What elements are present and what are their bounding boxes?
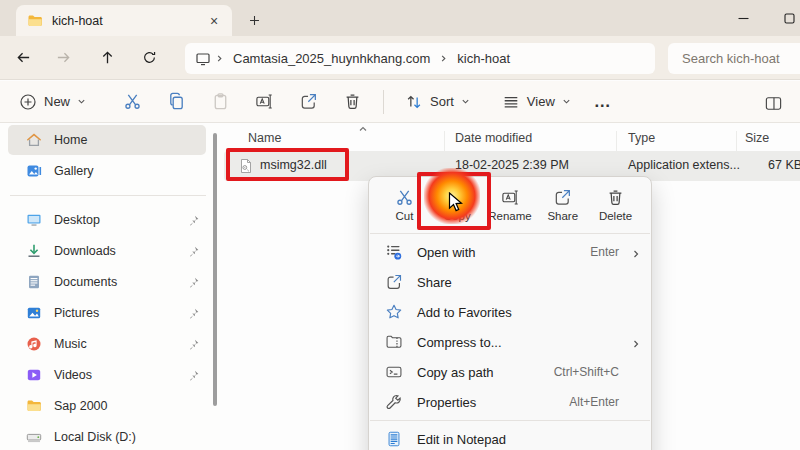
- column-header-name[interactable]: Name: [248, 131, 281, 145]
- search-input[interactable]: Search kich-hoat: [668, 43, 800, 74]
- sidebar-item-music[interactable]: Music: [8, 329, 206, 359]
- menu-item-shortcut: Ctrl+Shift+C: [554, 365, 619, 379]
- column-separator[interactable]: [616, 131, 617, 152]
- pictures-icon: [26, 305, 42, 321]
- tab-title: kich-hoat: [52, 14, 204, 28]
- menu-item-share[interactable]: Share: [369, 267, 651, 297]
- forward-button[interactable]: [46, 43, 80, 73]
- sidebar-item-label: Downloads: [54, 244, 116, 258]
- sidebar-item-local-disk-d[interactable]: Local Disk (D:): [8, 422, 206, 450]
- sidebar-scrollbar[interactable]: [213, 133, 217, 406]
- maximize-button[interactable]: [766, 0, 800, 36]
- menu-item-edit-in-notepad[interactable]: Edit in Notepad: [369, 424, 651, 450]
- menu-item-add-to-favorites[interactable]: Add to Favorites: [369, 297, 651, 327]
- paste-toolbar-button[interactable]: [205, 87, 235, 117]
- tab-close-icon[interactable]: ×: [204, 11, 224, 31]
- delete-icon: [343, 92, 362, 111]
- view-icon: [502, 93, 520, 111]
- copy-toolbar-button[interactable]: [161, 87, 191, 117]
- paste-icon: [211, 92, 230, 111]
- column-header-date[interactable]: Date modified: [455, 131, 532, 145]
- minimize-button[interactable]: [720, 0, 766, 36]
- up-button[interactable]: [90, 43, 124, 73]
- compress-icon: [385, 333, 403, 351]
- column-separator[interactable]: [444, 131, 445, 152]
- music-icon: [26, 336, 42, 352]
- new-button[interactable]: New: [10, 87, 95, 117]
- copy-path-icon: [385, 363, 403, 381]
- minimize-icon: [738, 13, 749, 24]
- column-separator[interactable]: [736, 131, 737, 152]
- sidebar-item-label: Videos: [54, 368, 92, 382]
- sidebar-item-pictures[interactable]: Pictures: [8, 298, 206, 328]
- rename-action-button[interactable]: Rename: [485, 182, 536, 228]
- sidebar-item-label: Local Disk (D:): [54, 430, 136, 444]
- back-button[interactable]: [6, 43, 40, 73]
- new-tab-button[interactable]: [242, 8, 266, 32]
- new-button-label: New: [44, 94, 70, 109]
- action-label: Delete: [599, 210, 632, 222]
- delete-icon: [606, 188, 625, 207]
- column-header-type[interactable]: Type: [628, 131, 655, 145]
- pin-icon: [187, 245, 200, 258]
- menu-item-compress-to[interactable]: Compress to...: [369, 327, 651, 357]
- downloads-icon: [26, 243, 42, 259]
- menu-item-properties[interactable]: PropertiesAlt+Enter: [369, 387, 651, 417]
- cut-toolbar-button[interactable]: [117, 87, 147, 117]
- menu-divider: [370, 233, 650, 234]
- share-icon: [299, 92, 318, 111]
- pin-icon: [187, 214, 200, 227]
- desktop-icon: [26, 212, 42, 228]
- share-toolbar-button[interactable]: [293, 87, 323, 117]
- sidebar-item-sap-2000[interactable]: Sap 2000: [8, 391, 206, 421]
- new-plus-icon: [19, 93, 37, 111]
- window-controls: [720, 0, 800, 36]
- breadcrumb-segment-current[interactable]: kich-hoat: [448, 51, 519, 66]
- menu-item-shortcut: Alt+Enter: [569, 395, 619, 409]
- column-headers: Name Date modified Type Size: [220, 127, 800, 151]
- share-action-button[interactable]: Share: [537, 182, 588, 228]
- sidebar-item-downloads[interactable]: Downloads: [8, 236, 206, 266]
- sidebar-item-desktop[interactable]: Desktop: [8, 205, 206, 235]
- chevron-down-icon: [77, 94, 86, 109]
- chevron-down-icon: [461, 94, 470, 109]
- details-pane-button[interactable]: [758, 88, 788, 118]
- file-type: Application extens...: [628, 158, 740, 172]
- delete-action-button[interactable]: Delete: [590, 182, 641, 228]
- delete-toolbar-button[interactable]: [337, 87, 367, 117]
- action-label: Share: [547, 210, 578, 222]
- rename-toolbar-button[interactable]: [249, 87, 279, 117]
- navigation-bar: Camtasia_2025_huynhkhang.com kich-hoat S…: [0, 36, 800, 80]
- sidebar-item-label: Music: [54, 337, 87, 351]
- more-options-button[interactable]: …: [580, 92, 626, 112]
- sidebar-item-gallery[interactable]: Gallery: [8, 156, 206, 186]
- sidebar-item-videos[interactable]: Videos: [8, 360, 206, 390]
- view-button[interactable]: View: [493, 87, 580, 117]
- copy-action-button[interactable]: Copy: [432, 182, 483, 228]
- menu-item-shortcut: Enter: [590, 245, 619, 259]
- breadcrumb-segment-folder[interactable]: Camtasia_2025_huynhkhang.com: [224, 51, 439, 66]
- star-icon: [385, 303, 403, 321]
- menu-item-label: Add to Favorites: [417, 305, 629, 320]
- view-button-label: View: [527, 94, 555, 109]
- file-name: msimg32.dll: [260, 158, 327, 172]
- sidebar-item-documents[interactable]: Documents: [8, 267, 206, 297]
- context-menu: CutCopyRenameShareDelete Open withEnterS…: [368, 176, 652, 450]
- sidebar-item-label: Sap 2000: [54, 399, 108, 413]
- menu-divider: [370, 420, 650, 421]
- open-with-icon: [385, 243, 403, 261]
- cut-action-button[interactable]: Cut: [379, 182, 430, 228]
- sort-button[interactable]: Sort: [396, 87, 479, 117]
- sidebar-item-home[interactable]: Home: [8, 125, 206, 155]
- menu-item-copy-as-path[interactable]: Copy as pathCtrl+Shift+C: [369, 357, 651, 387]
- breadcrumb-chevron-icon: [215, 54, 224, 63]
- tab-kich-hoat[interactable]: kich-hoat ×: [16, 5, 232, 36]
- chevron-down-icon: [562, 94, 571, 109]
- menu-item-label: Share: [417, 275, 629, 290]
- menu-item-open-with[interactable]: Open withEnter: [369, 237, 651, 267]
- sort-icon: [405, 93, 423, 111]
- column-header-size[interactable]: Size: [745, 131, 769, 145]
- refresh-button[interactable]: [132, 43, 166, 73]
- forward-arrow-icon: [56, 50, 71, 65]
- submenu-chevron-icon: [631, 247, 641, 257]
